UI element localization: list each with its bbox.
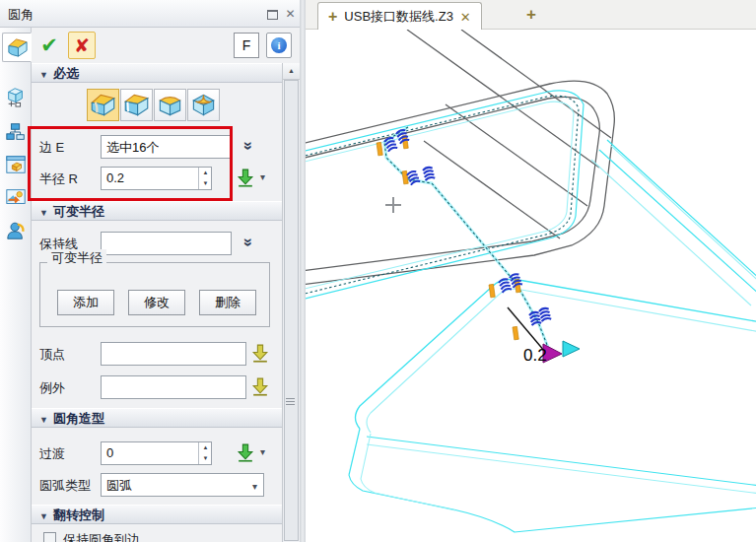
keep-line-input[interactable]: [101, 232, 232, 255]
tab-plus-icon: +: [328, 8, 337, 26]
panel-restore-button[interactable]: [265, 7, 280, 22]
tab-close-icon[interactable]: ✕: [460, 10, 471, 25]
transition-input[interactable]: 0: [101, 441, 212, 465]
fillet-corner-icon: [190, 92, 217, 118]
transition-quick-input-button[interactable]: [236, 442, 255, 462]
radius-spinner[interactable]: ▲ ▼: [198, 168, 212, 189]
scrollbar-thumb[interactable]: [284, 80, 299, 541]
sidebar-item-user[interactable]: [2, 217, 30, 244]
sidebar-item-view-manager[interactable]: [2, 151, 30, 178]
fillet-type-chamfer-button[interactable]: [120, 89, 153, 121]
document-tabbar: + USB接口数据线.Z3 ✕ +: [306, 0, 756, 30]
fillet-type-round-button[interactable]: [87, 89, 119, 121]
user-icon: [5, 220, 27, 241]
fillet-feature-icon: [6, 36, 29, 59]
collapse-icon: ▼: [39, 415, 48, 425]
fillet-type-corner-button[interactable]: [187, 89, 220, 121]
arc-type-label: 圆弧类型: [39, 477, 91, 495]
collapse-icon: ▼: [39, 208, 48, 218]
edge-expand-chevron-icon[interactable]: »: [240, 137, 257, 155]
section-header-fillet-shape[interactable]: ▼圆角造型: [32, 408, 282, 428]
spin-down-icon[interactable]: ▼: [199, 178, 212, 189]
new-tab-button[interactable]: +: [520, 4, 542, 26]
wireframe-cyan-slab-edges: [306, 91, 584, 300]
keep-fillet-checkbox-label: 保持圆角到边: [63, 531, 140, 542]
transition-label: 过渡: [39, 445, 65, 463]
wireframe-cyan-box: [349, 279, 756, 532]
section-header-required[interactable]: ▼必选: [32, 63, 282, 83]
edge-label: 边 E: [39, 139, 64, 157]
view-window-icon: [5, 154, 27, 175]
spin-up-icon[interactable]: ▲: [199, 168, 212, 178]
viewport-3d[interactable]: 0.2: [306, 30, 756, 542]
panel-scrollbar[interactable]: ▲: [282, 63, 300, 542]
vertex-input[interactable]: [101, 342, 246, 366]
fillet-chamfer-icon: [123, 92, 150, 118]
fillet-round-icon: [90, 92, 116, 118]
add-button[interactable]: 添加: [57, 290, 114, 315]
variable-radius-group-title: 可变半径: [47, 249, 106, 267]
exception-label: 例外: [39, 379, 65, 397]
sidebar-item-datum[interactable]: [2, 83, 30, 110]
info-button[interactable]: i: [266, 33, 292, 58]
ok-button[interactable]: ✔: [35, 32, 63, 59]
image-icon: [5, 186, 27, 208]
wireframe-scene: 0.2: [306, 30, 756, 542]
sidebar-item-render[interactable]: [2, 183, 30, 211]
collapse-icon: ▼: [39, 70, 48, 80]
scrollbar-up-button[interactable]: ▲: [283, 63, 300, 80]
exception-input[interactable]: [101, 375, 246, 399]
fillet-dialog-panel: 圆角 ✕: [0, 0, 304, 542]
keep-line-expand-chevron-icon[interactable]: »: [240, 234, 257, 251]
vertex-pick-button[interactable]: [250, 343, 270, 363]
sidebar-item-fillet[interactable]: [2, 33, 32, 62]
section-header-variable-radius[interactable]: ▼可变半径: [32, 201, 282, 221]
fillet-type-vertex-button[interactable]: [154, 89, 186, 121]
cancel-button[interactable]: ✘: [68, 32, 96, 59]
arc-type-value: 圆弧: [106, 478, 132, 493]
radius-input[interactable]: 0.2: [101, 167, 212, 190]
sidebar-item-history[interactable]: [2, 118, 30, 146]
zw3d-window: 圆角 ✕: [0, 0, 756, 542]
cyan-cone-handle[interactable]: [563, 341, 580, 357]
edge-input[interactable]: 选中16个: [101, 135, 232, 159]
radius-dim-label: 0.2: [523, 346, 547, 365]
panel-titlebar: 圆角 ✕: [0, 0, 304, 28]
keep-fillet-checkbox[interactable]: [43, 532, 56, 542]
edge-markers: [377, 129, 551, 340]
arc-type-dropdown[interactable]: 圆弧 ▾: [101, 473, 264, 497]
delete-button[interactable]: 删除: [199, 290, 256, 315]
wireframe-dark-slab: [306, 30, 614, 285]
tab-usb-document[interactable]: + USB接口数据线.Z3 ✕: [317, 2, 482, 31]
panel-sidebar: [0, 28, 32, 542]
modify-button[interactable]: 修改: [128, 290, 185, 315]
panel-title: 圆角: [8, 6, 34, 24]
info-icon: i: [271, 37, 287, 53]
wireframe-cyan-long-edges: [591, 140, 756, 305]
tab-title: USB接口数据线.Z3: [344, 8, 453, 26]
filter-button[interactable]: F: [234, 33, 259, 58]
transition-options-caret-icon[interactable]: ▾: [260, 446, 265, 457]
crosshair-cursor-icon: [385, 197, 401, 213]
scrollbar-grip-icon: [286, 396, 295, 407]
datum-cube-icon: [5, 86, 27, 107]
panel-close-button[interactable]: ✕: [283, 7, 298, 22]
exception-pick-button[interactable]: [250, 376, 270, 396]
history-tree-icon: [5, 121, 27, 143]
collapse-icon: ▼: [39, 511, 48, 521]
fillet-vertex-icon: [157, 92, 183, 118]
section-header-flip-control[interactable]: ▼翻转控制: [32, 505, 282, 524]
radius-label: 半径 R: [39, 170, 78, 188]
spin-up-icon[interactable]: ▲: [199, 442, 212, 453]
dropdown-caret-icon: ▾: [252, 481, 257, 492]
spin-down-icon[interactable]: ▼: [199, 453, 212, 464]
transition-spinner[interactable]: ▲ ▼: [198, 442, 212, 464]
vertex-label: 顶点: [39, 346, 65, 364]
radius-options-caret-icon[interactable]: ▾: [260, 171, 265, 182]
main-area: + USB接口数据线.Z3 ✕ +: [306, 0, 756, 542]
radius-quick-input-button[interactable]: [236, 168, 255, 187]
